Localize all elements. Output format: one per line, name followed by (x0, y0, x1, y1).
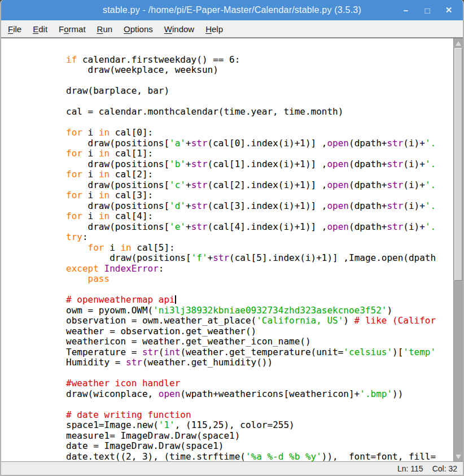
code-line: observation = owm.weather_at_place('Cali… (23, 316, 453, 326)
code-line (23, 368, 453, 379)
maximize-button[interactable]: □ (420, 3, 435, 18)
menu-item-file[interactable]: File (2, 23, 27, 36)
code-line: draw(wiconplace, open(wpath+weathericons… (23, 389, 453, 400)
code-line (23, 44, 453, 55)
code-line: except IndexError: (23, 264, 453, 274)
code-line: if calendar.firstweekday() == 6: (23, 55, 453, 65)
code-line: space1=Image.new('1', (115,25), color=25… (23, 420, 453, 431)
code-line: Temperature = str(int(weather.get_temper… (23, 347, 453, 358)
code-line: draw(positions['d'+str(cal[3].index(i)+1… (23, 201, 453, 212)
code-line: try: (23, 232, 453, 243)
code-line: for i in cal[5]: (23, 243, 453, 254)
code-line: draw(positions['c'+str(cal[2].index(i)+1… (23, 180, 453, 191)
code-line (23, 285, 453, 295)
text-cursor (175, 295, 176, 304)
window-title: stable.py - /home/pi/E-Paper-Master/Cale… (103, 5, 361, 15)
code-line: cal = calendar.monthcalendar(time.year, … (23, 107, 453, 117)
status-line-number: Ln: 115 (397, 464, 423, 473)
code-line: for i in cal[3]: (23, 190, 453, 201)
editor-area: if calendar.firstweekday() == 6: draw(we… (1, 37, 463, 461)
arrow-up-icon (456, 41, 461, 46)
code-line (23, 399, 453, 410)
code-line: draw(weekplace, weeksun) (23, 65, 453, 76)
code-line: draw(positions['f'+str(cal[5].index(i)+1… (23, 253, 453, 264)
menu-item-options[interactable]: Options (118, 23, 159, 36)
statusbar: Ln: 115 Col: 32 (1, 461, 463, 475)
titlebar[interactable]: stable.py - /home/pi/E-Paper-Master/Cale… (0, 0, 464, 20)
maximize-icon: □ (424, 6, 430, 15)
menu-item-edit[interactable]: Edit (27, 23, 53, 36)
code-text-area[interactable]: if calendar.firstweekday() == 6: draw(we… (1, 38, 453, 461)
code-line: owm = pyowm.OWM('ni3lj38932kbniae0932734… (23, 305, 453, 316)
code-line: date = ImageDraw.Draw(space1) (23, 441, 453, 452)
code-line: Humidity = str(weather.get_humidity()) (23, 357, 453, 368)
code-line: pass (23, 274, 453, 285)
scroll-down-button[interactable] (454, 452, 463, 461)
scrollbar-thumb[interactable] (454, 48, 462, 281)
minimize-icon: − (404, 6, 409, 15)
code-line: # openweathermap api (23, 295, 453, 305)
code-line: draw(positions['a'+str(cal[0].index(i)+1… (23, 138, 453, 149)
menu-item-help[interactable]: Help (200, 23, 229, 36)
close-button[interactable]: ✕ (441, 3, 456, 18)
window-controls: − □ ✕ (399, 0, 456, 20)
close-icon: ✕ (445, 5, 453, 15)
code-line: weathericon = weather.get_weather_icon_n… (23, 337, 453, 347)
menu-item-window[interactable]: Window (159, 23, 200, 36)
code-line: # date writing function (23, 410, 453, 421)
vertical-scrollbar[interactable] (453, 38, 463, 461)
code-line: draw(positions['e'+str(cal[4].index(i)+1… (23, 222, 453, 233)
code-line: #weather icon handler (23, 378, 453, 389)
code-line: for i in cal[2]: (23, 169, 453, 180)
menubar: FileEditFormatRunOptionsWindowHelp (1, 20, 463, 37)
code-line: draw(positions['b'+str(cal[1].index(i)+1… (23, 159, 453, 170)
code-line: date.text((2, 3), (time.strftime('%a %-d… (23, 452, 453, 462)
minimize-button[interactable]: − (399, 3, 413, 18)
code-line: weather = observation.get_weather() (23, 326, 453, 337)
code-line: for i in cal[1]: (23, 149, 453, 159)
menu-item-run[interactable]: Run (91, 23, 119, 36)
code-line: for i in cal[4]: (23, 211, 453, 222)
code-line: draw(barplace, bar) (23, 86, 453, 97)
status-col-number: Col: 32 (432, 464, 457, 473)
arrow-down-icon (456, 455, 461, 459)
code-line (23, 97, 453, 107)
code-line (23, 117, 453, 128)
menu-item-format[interactable]: Format (53, 23, 91, 36)
scroll-up-button[interactable] (454, 38, 463, 48)
code-line: for i in cal[0]: (23, 128, 453, 138)
code-line (23, 76, 453, 86)
idle-editor-window: stable.py - /home/pi/E-Paper-Master/Cale… (0, 0, 464, 476)
code-line: measure1= ImageDraw.Draw(space1) (23, 431, 453, 442)
